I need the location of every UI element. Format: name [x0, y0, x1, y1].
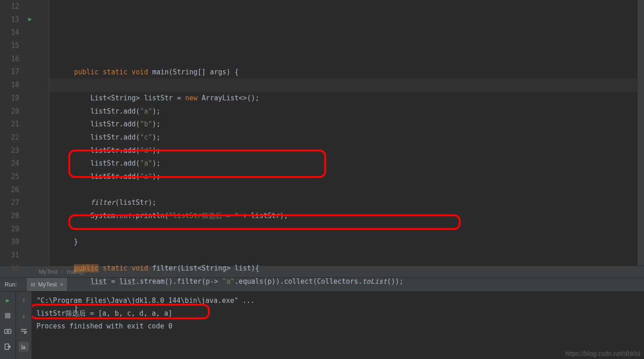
run-panel-label: Run:	[5, 281, 17, 288]
dump-threads-button[interactable]	[3, 326, 13, 336]
code-line[interactable]: }	[57, 301, 644, 314]
code-line[interactable]: public static void filter(List<String> l…	[57, 262, 644, 275]
code-line[interactable]: filter(listStr);	[57, 196, 644, 209]
line-number: 19	[0, 92, 19, 105]
breadcrumb-class[interactable]: MyTest	[39, 268, 57, 275]
code-line[interactable]: listStr.add("c");	[57, 131, 644, 144]
fold-gutter	[41, 0, 49, 265]
line-number: 16	[0, 52, 19, 66]
line-number: 17	[0, 65, 19, 78]
line-number: 28	[0, 209, 19, 223]
line-number: 18	[0, 78, 19, 92]
watermark: https://blog.csdn.net/dhklsl	[565, 350, 640, 357]
code-line[interactable]	[57, 52, 644, 66]
line-number: 12	[0, 0, 19, 13]
line-number: 24	[0, 157, 19, 170]
scroll-down-button[interactable]: ↓	[19, 311, 29, 321]
line-number: 13	[0, 13, 19, 26]
code-area[interactable]: public static void main(String[] args) {…	[49, 0, 644, 265]
line-number: 23	[0, 144, 19, 157]
line-number: 22	[0, 131, 19, 144]
line-number: 27	[0, 196, 19, 209]
line-number: 32	[0, 262, 19, 275]
code-line[interactable]: listStr.add("a");	[57, 170, 644, 183]
code-line[interactable]	[57, 288, 644, 301]
run-tab-label: MyTest	[38, 281, 57, 288]
console-line: Process finished with exit code 0	[36, 320, 639, 333]
code-line[interactable]	[57, 78, 644, 92]
code-line[interactable]: list = list.stream().filter(p-> "a".equa…	[57, 275, 644, 288]
code-line[interactable]: List<String> listStr = new ArrayList<>()…	[57, 92, 644, 105]
code-line[interactable]: listStr.add("d");	[57, 144, 644, 157]
run-line-icon[interactable]: ▶	[28, 16, 32, 22]
code-line[interactable]	[57, 183, 644, 197]
code-line[interactable]: listStr.add("a");	[57, 157, 644, 170]
line-number: 25	[0, 170, 19, 183]
line-number: 30	[0, 235, 19, 249]
run-toolbar-secondary: ↑ ↓	[16, 291, 32, 359]
svg-point-2	[7, 331, 9, 333]
code-line[interactable]: }	[57, 235, 644, 249]
code-line[interactable]: System.out.println("listStr筛选后 = " + lis…	[57, 209, 644, 223]
stop-button[interactable]	[3, 311, 13, 321]
svg-rect-0	[5, 313, 10, 318]
line-number: 14	[0, 26, 19, 39]
line-number-gutter: 12 13 14 15 16 17 18 19 20 21 22 23 24 2…	[0, 0, 27, 265]
scroll-up-button[interactable]: ↑	[19, 295, 29, 305]
line-number: 20	[0, 105, 19, 118]
run-toolbar-primary: ▶	[0, 291, 16, 359]
code-line[interactable]: listStr.add("a");	[57, 105, 644, 118]
run-gutter: ▶	[27, 0, 41, 265]
line-number: 15	[0, 39, 19, 52]
soft-wrap-button[interactable]	[19, 326, 29, 336]
code-line[interactable]: public static void main(String[] args) {	[57, 66, 644, 79]
line-number: 26	[0, 183, 19, 197]
line-number: 31	[0, 249, 19, 262]
code-editor[interactable]: 12 13 14 15 16 17 18 19 20 21 22 23 24 2…	[0, 0, 644, 265]
line-number: 29	[0, 223, 19, 236]
code-line[interactable]	[57, 223, 644, 236]
code-line[interactable]	[57, 249, 644, 262]
svg-rect-1	[5, 329, 11, 333]
line-number: 21	[0, 118, 19, 131]
exit-button[interactable]	[3, 342, 13, 352]
scroll-to-end-button[interactable]	[19, 342, 29, 352]
rerun-button[interactable]: ▶	[3, 295, 13, 305]
code-line[interactable]: listStr.add("b");	[57, 118, 644, 131]
application-icon: ▤	[31, 281, 35, 287]
